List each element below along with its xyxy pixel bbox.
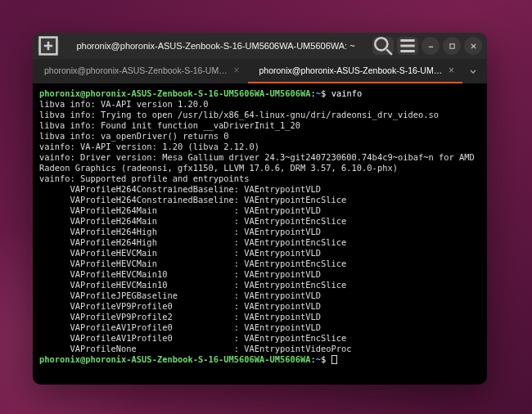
output-line: libva info: Trying to open /usr/lib/x86_… xyxy=(39,110,439,119)
output-line: VAProfileAV1Profile0 : VAEntrypointVLD xyxy=(39,322,321,332)
prompt-user-host: phoronix@phoronix-ASUS-Zenbook-S-16-UM56… xyxy=(39,88,311,98)
tab-2[interactable]: phoronix@phoronix-ASUS-Zenbook-S-16-UM56… xyxy=(248,59,463,83)
prompt-dollar: $ xyxy=(321,88,326,98)
output-line: libva info: VA-API version 1.20.0 xyxy=(39,99,208,109)
titlebar: phoronix@phoronix-ASUS-Zenbook-S-16-UM56… xyxy=(33,33,487,59)
tabs-dropdown[interactable] xyxy=(462,59,484,83)
tab-1[interactable]: phoronix@phoronix-ASUS-Zenbook-S-16-UM56… xyxy=(33,59,248,83)
maximize-icon xyxy=(449,43,456,50)
output-line: VAProfileJPEGBaseline : VAEntrypointVLD xyxy=(39,290,321,300)
cursor xyxy=(331,355,337,364)
output-line: libva info: Found init function __vaDriv… xyxy=(39,120,300,130)
output-line: VAProfileAV1Profile0 : VAEntrypointEncSl… xyxy=(39,333,346,343)
output-line: VAProfileH264Main : VAEntrypointEncSlice xyxy=(39,216,346,226)
new-tab-button[interactable] xyxy=(38,37,59,55)
output-line: VAProfileVP9Profile2 : VAEntrypointVLD xyxy=(39,312,321,322)
command: vainfo xyxy=(331,88,363,98)
output-line: vainfo: Supported profile and entrypoint… xyxy=(39,173,249,183)
tab-label: phoronix@phoronix-ASUS-Zenbook-S-16-UM56… xyxy=(44,65,228,75)
hamburger-icon xyxy=(397,35,418,56)
output-line: VAProfileHEVCMain10 : VAEntrypointEncSli… xyxy=(39,280,346,290)
output-line: VAProfileVP9Profile0 : VAEntrypointVLD xyxy=(39,301,321,311)
output-line: VAProfileNone : VAEntrypointVideoProc xyxy=(39,344,352,353)
prompt-dollar: $ xyxy=(321,354,326,364)
svg-line-4 xyxy=(386,49,392,55)
terminal-output[interactable]: phoronix@phoronix-ASUS-Zenbook-S-16-UM56… xyxy=(33,83,487,385)
minimize-icon xyxy=(427,43,435,50)
output-line: VAProfileH264High : VAEntrypointVLD xyxy=(39,227,321,236)
prompt-user-host: phoronix@phoronix-ASUS-Zenbook-S-16-UM56… xyxy=(39,354,311,364)
output-line: VAProfileH264Main : VAEntrypointVLD xyxy=(39,205,321,215)
new-tab-icon xyxy=(38,35,59,56)
output-line: VAProfileHEVCMain : VAEntrypointEncSlice xyxy=(39,259,346,268)
output-line: vainfo: VA-API version: 1.20 (libva 2.12… xyxy=(39,142,259,151)
output-line: Radeon Graphics (radeonsi, gfx1150, LLVM… xyxy=(39,163,398,173)
chevron-down-icon xyxy=(469,67,477,75)
output-line: VAProfileH264ConstrainedBaseline: VAEntr… xyxy=(39,195,346,205)
output-line: VAProfileH264High : VAEntrypointEncSlice xyxy=(39,237,346,247)
output-line: VAProfileHEVCMain : VAEntrypointVLD xyxy=(39,248,321,258)
svg-point-3 xyxy=(375,38,387,50)
search-icon xyxy=(372,35,394,56)
svg-rect-9 xyxy=(449,43,453,47)
window-title: phoronix@phoronix-ASUS-Zenbook-S-16-UM56… xyxy=(62,41,369,51)
close-icon xyxy=(470,43,477,50)
search-button[interactable] xyxy=(372,37,394,55)
output-line: libva info: va_openDriver() returns 0 xyxy=(39,131,228,141)
tabbar: phoronix@phoronix-ASUS-Zenbook-S-16-UM56… xyxy=(33,59,487,83)
tab-close-icon[interactable]: × xyxy=(233,65,239,76)
tab-close-icon[interactable]: × xyxy=(449,65,454,76)
minimize-button[interactable] xyxy=(422,37,440,55)
output-line: VAProfileHEVCMain10 : VAEntrypointVLD xyxy=(39,269,321,279)
menu-button[interactable] xyxy=(397,37,418,55)
output-line: vainfo: Driver version: Mesa Gallium dri… xyxy=(39,152,475,162)
output-line: VAProfileH264ConstrainedBaseline: VAEntr… xyxy=(39,184,321,194)
maximize-button[interactable] xyxy=(443,37,461,55)
close-button[interactable] xyxy=(464,37,482,55)
terminal-window: phoronix@phoronix-ASUS-Zenbook-S-16-UM56… xyxy=(33,33,487,385)
tab-label: phoronix@phoronix-ASUS-Zenbook-S-16-UM56… xyxy=(259,65,444,75)
